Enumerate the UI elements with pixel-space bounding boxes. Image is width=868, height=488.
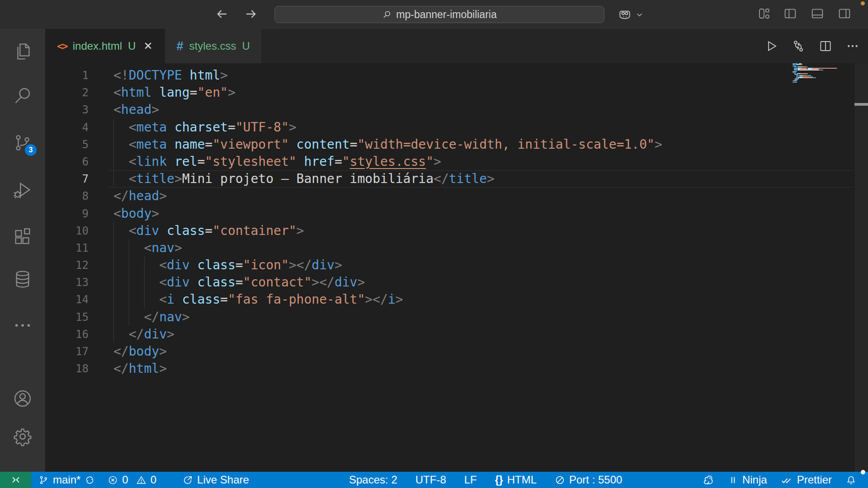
line-content: </html> xyxy=(113,360,868,377)
overview-ruler[interactable] xyxy=(854,63,868,472)
notification-dot xyxy=(861,1,865,5)
line-content: <div class="icon"></div> xyxy=(113,257,868,274)
line-content: <!DOCTYPE html> xyxy=(113,67,868,84)
problems-status[interactable]: 0 0 xyxy=(101,472,163,488)
status-bar: main* 0 0 Live Share Spaces: 2 UTF-8 LF … xyxy=(0,472,868,488)
encoding-status[interactable]: UTF-8 xyxy=(406,472,455,488)
run-and-debug-icon xyxy=(12,180,33,201)
sidebar-item-accounts[interactable] xyxy=(0,383,45,414)
sidebar-item-run-and-debug[interactable] xyxy=(0,174,45,206)
split-editor-icon[interactable] xyxy=(818,39,833,53)
run-icon[interactable] xyxy=(764,39,778,53)
code-line-12[interactable]: 12 <div class="icon"></div> xyxy=(45,257,868,274)
forward-arrow-icon[interactable] xyxy=(243,6,259,22)
prettier-status[interactable]: Prettier xyxy=(774,472,839,488)
editor-actions xyxy=(764,39,860,53)
code-line-8[interactable]: 8</head> xyxy=(45,188,868,205)
line-number: 12 xyxy=(45,257,89,274)
line-number: 3 xyxy=(45,101,89,118)
command-center-search[interactable]: mp-banner-imobiliaria xyxy=(274,6,604,23)
copilot-menu[interactable] xyxy=(617,5,648,24)
line-content: <head> xyxy=(113,101,868,118)
eol-label: LF xyxy=(464,474,477,486)
copilot-icon xyxy=(617,7,633,22)
sync-icon xyxy=(85,475,95,485)
sidebar-item-search[interactable] xyxy=(0,80,45,112)
code-line-5[interactable]: 5 <meta name="viewport" content="width=d… xyxy=(45,136,868,153)
code-line-2[interactable]: 2<html lang="en"> xyxy=(45,84,868,101)
line-number: 17 xyxy=(45,343,89,360)
line-content: </nav> xyxy=(113,309,868,326)
customize-layout-icon[interactable] xyxy=(757,6,771,21)
live-share-icon xyxy=(183,475,193,485)
port-icon xyxy=(555,475,565,485)
warnings-icon xyxy=(136,475,146,485)
code-line-16[interactable]: 16 </div> xyxy=(45,326,868,343)
more-actions-icon[interactable] xyxy=(845,39,860,53)
prettier-label: Prettier xyxy=(797,474,832,486)
minimap[interactable] xyxy=(793,63,851,83)
line-number: 11 xyxy=(45,239,89,257)
code-line-13[interactable]: 13 <div class="contact"></div> xyxy=(45,274,868,291)
toggle-primary-sidebar-icon[interactable] xyxy=(783,6,797,21)
line-content: <meta name="viewport" content="width=dev… xyxy=(113,136,868,153)
toggle-secondary-sidebar-icon[interactable] xyxy=(837,6,852,21)
line-content: <i class="fas fa-phone-alt"></i> xyxy=(113,291,868,308)
chevron-down-icon xyxy=(636,11,643,19)
sidebar-item-extensions[interactable] xyxy=(0,221,45,253)
files-icon xyxy=(12,41,33,62)
code-line-11[interactable]: 11 <nav> xyxy=(45,239,868,257)
code-line-3[interactable]: 3<head> xyxy=(45,101,868,118)
code-line-7[interactable]: 7 <title>Mini projeto – Banner imobiliár… xyxy=(45,170,868,188)
language-mode-status[interactable]: {} HTML xyxy=(486,472,546,488)
account-icon xyxy=(12,388,33,409)
code-line-10[interactable]: 10 <div class="container"> xyxy=(45,222,868,239)
tab-label: styles.css xyxy=(189,40,236,52)
line-number: 10 xyxy=(45,222,89,239)
html-file-icon: <> xyxy=(57,40,67,52)
line-content: <link rel="stylesheet" href="styles.css"… xyxy=(113,153,868,170)
code-line-1[interactable]: 1<!DOCTYPE html> xyxy=(45,67,868,84)
sidebar-item-more[interactable] xyxy=(0,310,45,341)
code-line-4[interactable]: 4 <meta charset="UTF-8"> xyxy=(45,119,868,136)
sidebar-item-explorer[interactable] xyxy=(0,36,45,67)
live-server-port-status[interactable]: Port : 5500 xyxy=(546,472,631,488)
open-changes-icon[interactable] xyxy=(791,39,806,53)
sidebar-item-database[interactable] xyxy=(0,263,45,295)
code-line-17[interactable]: 17</body> xyxy=(45,343,868,360)
tab-styles-css[interactable]: # styles.css U xyxy=(165,29,262,63)
ninja-status[interactable]: Ninja xyxy=(721,472,774,488)
code-line-6[interactable]: 6 <link rel="stylesheet" href="styles.cs… xyxy=(45,153,868,170)
notifications-status[interactable] xyxy=(839,472,863,488)
tab-label: index.html xyxy=(73,40,122,52)
git-branch-status[interactable]: main* xyxy=(32,472,101,488)
code-line-14[interactable]: 14 <i class="fas fa-phone-alt"></i> xyxy=(45,291,868,308)
tab-index-html[interactable]: <> index.html U ✕ xyxy=(45,29,165,63)
source-control-badge: 3 xyxy=(25,144,37,156)
braces-icon: {} xyxy=(495,474,503,486)
branch-name: main* xyxy=(53,474,80,486)
code-lines: 1<!DOCTYPE html>2<html lang="en">3<head>… xyxy=(45,67,868,377)
back-arrow-icon[interactable] xyxy=(214,6,230,22)
code-line-15[interactable]: 15 </nav> xyxy=(45,309,868,326)
sidebar-item-source-control[interactable]: 3 xyxy=(0,127,45,159)
sidebar-item-settings[interactable]: 1 xyxy=(0,421,45,452)
line-content: </div> xyxy=(113,326,868,343)
code-editor[interactable]: 1<!DOCTYPE html>2<html lang="en">3<head>… xyxy=(45,63,868,472)
toggle-panel-icon[interactable] xyxy=(810,6,825,21)
live-share-status[interactable]: Live Share xyxy=(176,472,255,488)
code-line-18[interactable]: 18</html> xyxy=(45,360,868,377)
remote-indicator[interactable] xyxy=(0,472,31,488)
line-number: 18 xyxy=(45,360,89,377)
database-icon xyxy=(12,269,33,290)
close-icon[interactable]: ✕ xyxy=(143,40,152,52)
indentation-status[interactable]: Spaces: 2 xyxy=(340,472,406,488)
gitmoji-status[interactable] xyxy=(696,472,721,488)
eol-status[interactable]: LF xyxy=(455,472,486,488)
search-icon xyxy=(12,85,33,106)
code-line-9[interactable]: 9<body> xyxy=(45,205,868,222)
extensions-icon xyxy=(12,226,33,247)
line-number: 15 xyxy=(45,309,89,326)
errors-count: 0 xyxy=(122,474,128,486)
minimap-line xyxy=(793,82,851,83)
